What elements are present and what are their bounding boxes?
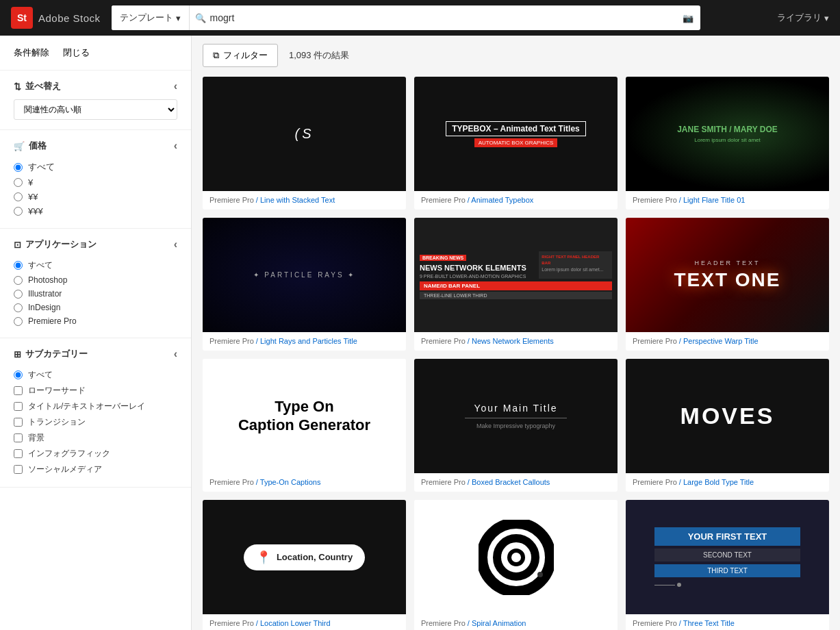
app-option-photoshop[interactable]: Photoshop: [14, 273, 177, 287]
grid-item-2[interactable]: TYPEBOX – Animated Text Titles AUTOMATIC…: [414, 77, 618, 210]
app-option-illustrator[interactable]: Illustrator: [14, 287, 177, 301]
sort-label: 並べ替え: [25, 80, 61, 92]
thumb-5: BREAKING NEWS NEWS NETWORK ELEMENTS 9 PR…: [414, 218, 618, 332]
sort-collapse-icon[interactable]: ‹: [174, 80, 177, 92]
price-header: 🛒 価格 ‹: [14, 140, 177, 152]
results-grid: (S Premiere Pro / Line with Stacked Text…: [203, 77, 829, 630]
three-text-row1: YOUR FIRST TEXT: [654, 527, 801, 546]
app-collapse-icon[interactable]: ‹: [174, 238, 177, 251]
price-option-three[interactable]: ¥¥¥: [14, 204, 177, 218]
chevron-down-icon: ▾: [824, 13, 829, 23]
grid-item-11[interactable]: Premiere Pro / Spiral Animation: [414, 500, 618, 630]
thumb-3: JANE SMITH / MARY DOE Lorem ipsum dolor …: [626, 77, 829, 191]
location-pin-icon: 📍: [256, 550, 271, 565]
subcategory-filter-group: すべて ローワーサード タイトル/テキストオーバーレイ トランジション 背景 イ…: [14, 367, 177, 477]
content-area: ⧉ フィルター 1,093 件の結果 (S Premiere Pro / Lin…: [192, 36, 840, 630]
thumb-12: YOUR FIRST TEXT SECOND TEXT THIRD TEXT: [626, 500, 829, 614]
content-header: ⧉ フィルター 1,093 件の結果: [203, 44, 829, 67]
grid-info-6: Premiere Pro / Perspective Warp Title: [626, 332, 829, 351]
app-option-premiere[interactable]: Premiere Pro: [14, 314, 177, 328]
app-header: St Adobe Stock テンプレート ▾ 🔍 📷 ライブラリ ▾: [0, 0, 840, 36]
grid-info-10: Premiere Pro / Location Lower Third: [203, 614, 406, 630]
grid-info-12: Premiere Pro / Three Text Title: [626, 614, 829, 630]
logo-icon: St: [11, 7, 33, 29]
results-count: 1,093 件の結果: [289, 49, 349, 62]
app-option-all[interactable]: すべて: [14, 257, 177, 273]
grid-info-7: Premiere Pro / Type-On Captions: [203, 473, 406, 492]
grid-item-5[interactable]: BREAKING NEWS NEWS NETWORK ELEMENTS 9 PR…: [414, 218, 618, 351]
subcat-option-title[interactable]: タイトル/テキストオーバーレイ: [14, 399, 177, 414]
subcategory-label: サブカテゴリー: [25, 348, 88, 360]
search-bar: テンプレート ▾ 🔍 📷: [112, 5, 700, 30]
grid-item-6[interactable]: HEADER TEXT TEXT ONE Premiere Pro / Pers…: [626, 218, 829, 351]
thumb-7: Type On Caption Generator: [203, 359, 406, 473]
sort-header: ⇅ 並べ替え ‹: [14, 80, 177, 92]
price-icon: 🛒: [14, 141, 25, 151]
grid-info-4: Premiere Pro / Light Rays and Particles …: [203, 332, 406, 351]
subcat-option-lower[interactable]: ローワーサード: [14, 383, 177, 399]
search-category-dropdown[interactable]: テンプレート ▾: [112, 5, 190, 30]
grid-info-1: Premiere Pro / Line with Stacked Text: [203, 191, 406, 210]
subcat-option-info[interactable]: インフォグラフィック: [14, 446, 177, 462]
app-header: ⊡ アプリケーション ‹: [14, 238, 177, 251]
three-text-row2: SECOND TEXT: [654, 549, 801, 562]
camera-icon: 📷: [683, 13, 693, 23]
grid-info-3: Premiere Pro / Light Flare Title 01: [626, 191, 829, 210]
subcategory-collapse-icon[interactable]: ‹: [174, 348, 177, 360]
filter-button[interactable]: ⧉ フィルター: [203, 44, 278, 67]
grid-item-1[interactable]: (S Premiere Pro / Line with Stacked Text: [203, 77, 406, 210]
app-option-indesign[interactable]: InDesign: [14, 301, 177, 314]
price-filter-group: すべて ¥ ¥¥ ¥¥¥: [14, 159, 177, 218]
grid-item-10[interactable]: 📍 Location, Country Premiere Pro / Locat…: [203, 500, 406, 630]
thumb-8: Your Main Title Make Impressive typograp…: [414, 359, 618, 473]
subcat-option-transition[interactable]: トランジション: [14, 414, 177, 430]
thumb-9: MOVES: [626, 359, 829, 473]
app-name: Adobe Stock: [38, 12, 101, 24]
spiral-svg: [479, 520, 554, 595]
price-collapse-icon[interactable]: ‹: [174, 140, 177, 152]
thumb-1: (S: [203, 77, 406, 191]
subcategory-section: ⊞ サブカテゴリー ‹ すべて ローワーサード タイトル/テキストオーバーレイ …: [0, 338, 191, 488]
thumb-4: ✦ PARTICLE RAYS ✦: [203, 218, 406, 332]
library-menu[interactable]: ライブラリ ▾: [777, 12, 829, 24]
grid-item-3[interactable]: JANE SMITH / MARY DOE Lorem ipsum dolor …: [626, 77, 829, 210]
camera-search-button[interactable]: 📷: [676, 13, 700, 23]
grid-info-11: Premiere Pro / Spiral Animation: [414, 614, 618, 630]
sort-icon: ⇅: [14, 81, 21, 92]
main-layout: 条件解除 閉じる ⇅ 並べ替え ‹ 関連性の高い順 新しい順 古い順: [0, 36, 840, 630]
sort-section: ⇅ 並べ替え ‹ 関連性の高い順 新しい順 古い順: [0, 71, 191, 130]
grid-item-8[interactable]: Your Main Title Make Impressive typograp…: [414, 359, 618, 492]
grid-item-4[interactable]: ✦ PARTICLE RAYS ✦ Premiere Pro / Light R…: [203, 218, 406, 351]
filter-icon: ⧉: [213, 50, 219, 61]
grid-info-5: Premiere Pro / News Network Elements: [414, 332, 618, 351]
search-input[interactable]: [210, 12, 670, 23]
price-option-two[interactable]: ¥¥: [14, 190, 177, 204]
sort-select[interactable]: 関連性の高い順 新しい順 古い順: [14, 99, 177, 120]
logo: St Adobe Stock: [11, 7, 101, 29]
subcategory-header: ⊞ サブカテゴリー ‹: [14, 348, 177, 360]
grid-info-9: Premiere Pro / Large Bold Type Title: [626, 473, 829, 492]
three-text-row3: THIRD TEXT: [654, 564, 801, 577]
thumb-11: [414, 500, 618, 614]
price-section: 🛒 価格 ‹ すべて ¥ ¥¥ ¥¥¥: [0, 130, 191, 229]
subcat-option-social[interactable]: ソーシャルメディア: [14, 462, 177, 477]
subcat-option-bg[interactable]: 背景: [14, 430, 177, 446]
subcategory-icon: ⊞: [14, 349, 21, 360]
grid-item-12[interactable]: YOUR FIRST TEXT SECOND TEXT THIRD TEXT P…: [626, 500, 829, 630]
grid-item-9[interactable]: MOVES Premiere Pro / Large Bold Type Tit…: [626, 359, 829, 492]
price-option-one[interactable]: ¥: [14, 175, 177, 190]
grid-info-2: Premiere Pro / Animated Typebox: [414, 191, 618, 210]
clear-filters-button[interactable]: 条件解除: [14, 47, 49, 59]
thumb-2: TYPEBOX – Animated Text Titles AUTOMATIC…: [414, 77, 618, 191]
app-icon: ⊡: [14, 240, 21, 250]
app-filter-group: すべて Photoshop Illustrator InDesign Premi…: [14, 257, 177, 328]
grid-info-8: Premiere Pro / Boxed Bracket Callouts: [414, 473, 618, 492]
grid-item-7[interactable]: Type On Caption Generator Premiere Pro /…: [203, 359, 406, 492]
subcat-option-all[interactable]: すべて: [14, 367, 177, 383]
sidebar-controls: 条件解除 閉じる: [0, 36, 191, 71]
sidebar: 条件解除 閉じる ⇅ 並べ替え ‹ 関連性の高い順 新しい順 古い順: [0, 36, 192, 630]
svg-point-1: [497, 538, 535, 577]
price-option-all[interactable]: すべて: [14, 159, 177, 175]
close-sidebar-button[interactable]: 閉じる: [63, 47, 90, 59]
price-label: 価格: [29, 140, 47, 152]
